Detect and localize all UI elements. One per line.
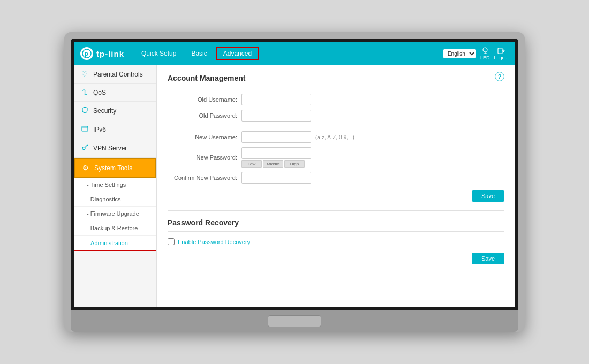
password-recovery-title: Password Recovery: [168, 218, 504, 232]
help-icon[interactable]: ?: [495, 72, 504, 81]
laptop-container: p tp-link Quick Setup Basic Advanced Eng…: [64, 32, 525, 332]
svg-rect-7: [82, 126, 88, 131]
sidebar-item-vpn[interactable]: VPN Server: [74, 139, 156, 158]
sidebar-sub-time-settings[interactable]: - Time Settings: [74, 178, 156, 192]
new-username-label: New Username:: [168, 134, 237, 140]
sidebar-item-label: VPN Server: [93, 145, 127, 152]
sidebar-item-label: Security: [93, 107, 116, 115]
sidebar: ♡ Parental Controls ⇅ QoS Security: [74, 65, 157, 307]
content-area: Account Management ? Old Username: Old P…: [157, 65, 515, 307]
keyboard-area: [71, 310, 518, 332]
sidebar-item-parental-controls[interactable]: ♡ Parental Controls: [74, 65, 156, 84]
qos-icon: ⇅: [80, 88, 89, 96]
new-password-label: New Password:: [168, 154, 237, 161]
sidebar-item-label: IPv6: [93, 126, 106, 133]
svg-text:p: p: [85, 50, 88, 57]
save-recovery-button[interactable]: Save: [472, 253, 504, 264]
sidebar-sub-firmware-upgrade[interactable]: - Firmware Upgrade: [74, 207, 156, 221]
nav-right: English LED: [443, 47, 509, 60]
main-area: ♡ Parental Controls ⇅ QoS Security: [74, 65, 515, 307]
new-username-hint: (a-z, A-Z, 0-9, _): [315, 134, 354, 140]
sidebar-sub-administration[interactable]: - Administration: [74, 236, 156, 251]
save-account-row: Save: [168, 188, 504, 202]
save-recovery-row: Save: [168, 251, 504, 264]
ipv6-icon: [80, 125, 89, 134]
new-username-input[interactable]: [241, 131, 311, 143]
quick-setup-nav[interactable]: Quick Setup: [135, 48, 183, 59]
trackpad: [268, 315, 321, 327]
strength-low: Low: [241, 160, 262, 168]
tp-link-logo-icon: p: [80, 47, 93, 60]
advanced-nav[interactable]: Advanced: [216, 47, 259, 60]
brand-name: tp-link: [96, 49, 124, 58]
basic-nav[interactable]: Basic: [185, 48, 213, 59]
sidebar-item-ipv6[interactable]: IPv6: [74, 120, 156, 139]
old-username-label: Old Username:: [168, 96, 237, 103]
account-management-section: Account Management ? Old Username: Old P…: [168, 74, 504, 202]
led-button[interactable]: LED: [480, 47, 490, 60]
nav-links: Quick Setup Basic Advanced: [135, 47, 443, 60]
sidebar-item-system-tools[interactable]: ⚙ System Tools: [74, 158, 156, 178]
led-label: LED: [480, 55, 490, 60]
system-tools-icon: ⚙: [81, 164, 90, 172]
sidebar-item-label: Parental Controls: [93, 71, 143, 78]
top-nav: p tp-link Quick Setup Basic Advanced Eng…: [74, 42, 515, 65]
enable-password-recovery-row: Enable Password Recovery: [168, 238, 504, 245]
logout-label: Logout: [494, 55, 509, 60]
password-recovery-section: Password Recovery Enable Password Recove…: [168, 218, 504, 264]
old-password-row: Old Password:: [168, 110, 504, 122]
confirm-password-row: Confirm New Password:: [168, 172, 504, 184]
old-username-row: Old Username:: [168, 94, 504, 105]
svg-rect-5: [498, 48, 502, 54]
save-account-button[interactable]: Save: [472, 190, 504, 202]
old-password-label: Old Password:: [168, 112, 237, 119]
new-password-row: New Password: Low Middle: [168, 147, 504, 168]
sidebar-sub-backup-restore[interactable]: - Backup & Restore: [74, 221, 156, 236]
language-select[interactable]: English: [443, 49, 476, 58]
enable-password-recovery-checkbox[interactable]: [168, 238, 175, 245]
confirm-password-input[interactable]: [241, 172, 311, 184]
old-password-input[interactable]: [241, 110, 311, 122]
confirm-password-label: Confirm New Password:: [168, 175, 237, 181]
vpn-icon: [80, 144, 89, 153]
strength-high: High: [284, 160, 305, 168]
sidebar-item-label: System Tools: [94, 164, 132, 172]
sidebar-item-label: QoS: [93, 89, 106, 96]
parental-controls-icon: ♡: [80, 70, 89, 78]
old-username-input[interactable]: [241, 94, 311, 105]
svg-point-2: [483, 48, 487, 52]
screen-bezel: p tp-link Quick Setup Basic Advanced Eng…: [71, 39, 518, 310]
new-password-group: Low Middle High: [241, 147, 311, 168]
new-username-row: New Username: (a-z, A-Z, 0-9, _): [168, 131, 504, 143]
sidebar-sub-diagnostics[interactable]: - Diagnostics: [74, 192, 156, 207]
section-divider: [168, 210, 504, 211]
logout-button[interactable]: Logout: [494, 47, 509, 60]
new-password-input[interactable]: [241, 147, 311, 159]
enable-password-recovery-label[interactable]: Enable Password Recovery: [178, 239, 250, 245]
screen: p tp-link Quick Setup Basic Advanced Eng…: [74, 42, 515, 307]
sidebar-submenu: - Time Settings - Diagnostics - Firmware…: [74, 178, 156, 251]
sidebar-item-qos[interactable]: ⇅ QoS: [74, 84, 156, 102]
account-management-title: Account Management ?: [168, 74, 504, 87]
password-strength-bar: Low Middle High: [241, 160, 311, 168]
sidebar-item-security[interactable]: Security: [74, 102, 156, 120]
security-icon: [80, 107, 89, 115]
strength-mid: Middle: [263, 160, 283, 168]
logo-area: p tp-link: [80, 47, 124, 60]
